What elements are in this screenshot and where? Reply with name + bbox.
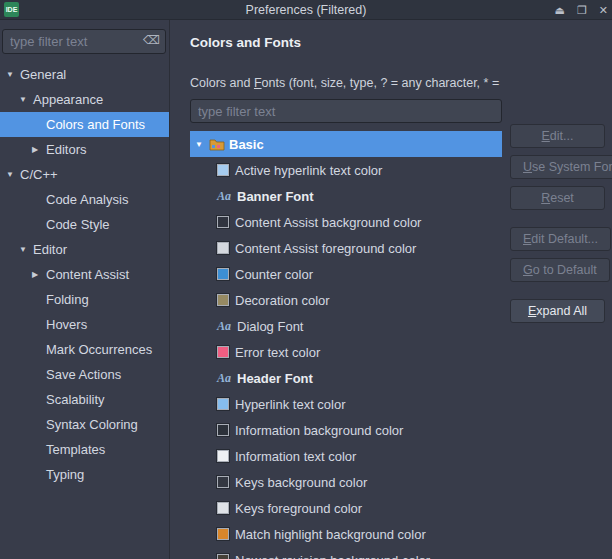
collapse-arrow-icon[interactable]: ▼: [6, 70, 20, 79]
sidebar-item-hovers[interactable]: Hovers: [0, 312, 169, 337]
color-item-content-assist-foreground-color[interactable]: Content Assist foreground color: [190, 235, 502, 261]
colors-and-fonts-panel: Colors and Fonts ← ▾ → ▾ ⋮ Colors and Fo…: [170, 20, 502, 559]
sidebar-item-code-analysis[interactable]: Code Analysis: [0, 187, 169, 212]
sidebar-item-label: C/C++: [20, 167, 58, 182]
color-swatch: [217, 398, 229, 410]
sidebar-item-label: Save Actions: [46, 367, 121, 382]
sidebar-item-templates[interactable]: Templates: [0, 437, 169, 462]
item-label: Dialog Font: [237, 319, 303, 334]
clear-filter-icon[interactable]: ⌫: [143, 33, 160, 47]
sidebar-item-editors[interactable]: ▶Editors: [0, 137, 169, 162]
color-swatch: [217, 164, 229, 176]
expand-arrow-icon[interactable]: ▶: [32, 270, 46, 279]
sidebar-item-appearance[interactable]: ▼Appearance: [0, 87, 169, 112]
preferences-window: IDE Preferences (Filtered) ⏏ ❐ ✕ ⌫ ▼Gene…: [0, 0, 612, 559]
sidebar-item-editor[interactable]: ▼Editor: [0, 237, 169, 262]
font-preview-icon: Aa: [217, 319, 235, 334]
sidebar-item-content-assist[interactable]: ▶Content Assist: [0, 262, 169, 287]
collapse-arrow-icon[interactable]: ▼: [19, 95, 33, 104]
sidebar-item-label: Syntax Coloring: [46, 417, 138, 432]
sidebar-filter-input[interactable]: [2, 29, 166, 54]
filter-description: Colors and Fonts (font, size, type, ? = …: [190, 76, 502, 90]
sidebar-item-label: Mark Occurrences: [46, 342, 152, 357]
item-label: Banner Font: [237, 189, 314, 204]
color-item-error-text-color[interactable]: Error text color: [190, 339, 502, 365]
button-use-system-font[interactable]: Use System Font: [510, 155, 612, 179]
item-label: Content Assist background color: [235, 215, 421, 230]
color-item-hyperlink-text-color[interactable]: Hyperlink text color: [190, 391, 502, 417]
color-item-newest-revision-background-color[interactable]: Newest revision background color: [190, 547, 502, 559]
page-title: Colors and Fonts: [190, 35, 301, 50]
sidebar-item-scalability[interactable]: Scalability: [0, 387, 169, 412]
color-item-keys-background-color[interactable]: Keys background color: [190, 469, 502, 495]
collapse-arrow-icon[interactable]: ▼: [6, 170, 20, 179]
sidebar-item-label: Colors and Fonts: [46, 117, 145, 132]
titlebar: IDE Preferences (Filtered) ⏏ ❐ ✕: [0, 0, 612, 20]
sidebar-item-mark-occurrences[interactable]: Mark Occurrences: [0, 337, 169, 362]
sidebar-item-colors-and-fonts[interactable]: Colors and Fonts: [0, 112, 169, 137]
sidebar-item-label: Editor: [33, 242, 67, 257]
button-edit[interactable]: Edit...: [510, 124, 605, 148]
button-expand-all[interactable]: Expand All: [510, 299, 605, 323]
color-item-keys-foreground-color[interactable]: Keys foreground color: [190, 495, 502, 521]
color-item-counter-color[interactable]: Counter color: [190, 261, 502, 287]
sidebar-item-c-c[interactable]: ▼C/C++: [0, 162, 169, 187]
item-label: Counter color: [235, 267, 313, 282]
font-item-banner-font[interactable]: AaBanner Font: [190, 183, 502, 209]
item-label: Match highlight background color: [235, 527, 426, 542]
sidebar-item-label: Code Analysis: [46, 192, 128, 207]
item-label: Newest revision background color: [235, 553, 430, 559]
maximize-icon[interactable]: ❐: [577, 1, 587, 19]
shade-icon[interactable]: ⏏: [555, 1, 565, 19]
button-edit-default[interactable]: Edit Default...: [510, 227, 611, 251]
sidebar-item-typing[interactable]: Typing: [0, 462, 169, 487]
sidebar-item-label: Typing: [46, 467, 84, 482]
collapse-arrow-icon[interactable]: ▼: [195, 140, 209, 149]
item-label: Active hyperlink text color: [235, 163, 382, 178]
sidebar-item-general[interactable]: ▼General: [0, 62, 169, 87]
font-preview-icon: Aa: [217, 371, 235, 386]
item-label: Information background color: [235, 423, 403, 438]
color-swatch: [217, 242, 229, 254]
action-buttons: Edit...Use System FontResetEdit Default.…: [502, 20, 612, 559]
color-item-information-text-color[interactable]: Information text color: [190, 443, 502, 469]
category-label: Basic: [229, 137, 264, 152]
color-swatch: [217, 294, 229, 306]
item-label: Error text color: [235, 345, 320, 360]
color-item-match-highlight-background-color[interactable]: Match highlight background color: [190, 521, 502, 547]
font-preview-icon: Aa: [217, 189, 235, 204]
window-title: Preferences (Filtered): [0, 3, 612, 17]
close-icon[interactable]: ✕: [599, 1, 608, 19]
tree-category-basic[interactable]: ▼ Basic: [190, 131, 502, 157]
sidebar-tree: ▼General▼AppearanceColors and Fonts▶Edit…: [0, 62, 169, 487]
sidebar-item-folding[interactable]: Folding: [0, 287, 169, 312]
color-item-decoration-color[interactable]: Decoration color: [190, 287, 502, 313]
sidebar-item-save-actions[interactable]: Save Actions: [0, 362, 169, 387]
color-swatch: [217, 424, 229, 436]
folder-icon: [209, 138, 229, 151]
color-swatch: [217, 346, 229, 358]
sidebar-item-syntax-coloring[interactable]: Syntax Coloring: [0, 412, 169, 437]
button-go-to-default[interactable]: Go to Default: [510, 258, 610, 282]
colors-filter-input[interactable]: [190, 99, 502, 123]
sidebar-item-label: General: [20, 67, 66, 82]
preferences-sidebar: ⌫ ▼General▼AppearanceColors and Fonts▶Ed…: [0, 20, 170, 559]
collapse-arrow-icon[interactable]: ▼: [19, 245, 33, 254]
font-item-header-font[interactable]: AaHeader Font: [190, 365, 502, 391]
color-swatch: [217, 268, 229, 280]
button-reset[interactable]: Reset: [510, 186, 605, 210]
app-icon: IDE: [4, 2, 19, 17]
color-swatch: [217, 502, 229, 514]
sidebar-item-label: Content Assist: [46, 267, 129, 282]
item-label: Information text color: [235, 449, 356, 464]
item-label: Keys foreground color: [235, 501, 362, 516]
item-label: Content Assist foreground color: [235, 241, 416, 256]
color-swatch: [217, 476, 229, 488]
color-item-content-assist-background-color[interactable]: Content Assist background color: [190, 209, 502, 235]
color-swatch: [217, 216, 229, 228]
color-item-active-hyperlink-text-color[interactable]: Active hyperlink text color: [190, 157, 502, 183]
expand-arrow-icon[interactable]: ▶: [32, 145, 46, 154]
sidebar-item-code-style[interactable]: Code Style: [0, 212, 169, 237]
font-item-dialog-font[interactable]: AaDialog Font: [190, 313, 502, 339]
color-item-information-background-color[interactable]: Information background color: [190, 417, 502, 443]
